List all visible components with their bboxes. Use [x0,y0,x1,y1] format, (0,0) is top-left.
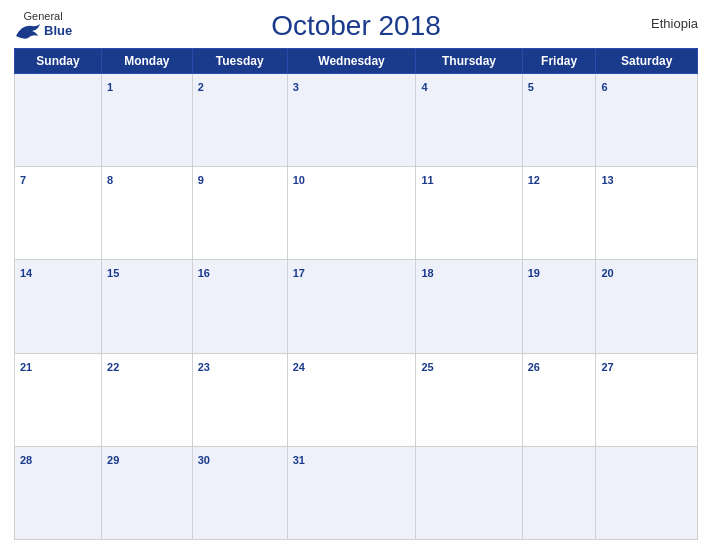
table-row: 7 [15,167,102,260]
header-tuesday: Tuesday [192,49,287,74]
header-thursday: Thursday [416,49,522,74]
table-row [596,446,698,539]
table-row: 16 [192,260,287,353]
day-number: 7 [20,174,26,186]
day-number: 24 [293,361,305,373]
table-row: 3 [287,74,416,167]
table-row: 18 [416,260,522,353]
table-row: 26 [522,353,596,446]
table-row: 14 [15,260,102,353]
day-number: 28 [20,454,32,466]
table-row: 22 [102,353,193,446]
day-number: 25 [421,361,433,373]
calendar-table: Sunday Monday Tuesday Wednesday Thursday… [14,48,698,540]
day-number: 11 [421,174,433,186]
logo-blue-text: Blue [44,24,72,38]
table-row: 11 [416,167,522,260]
day-number: 30 [198,454,210,466]
table-row: 25 [416,353,522,446]
table-row: 17 [287,260,416,353]
table-row: 15 [102,260,193,353]
calendar-body: 1234567891011121314151617181920212223242… [15,74,698,540]
table-row: 5 [522,74,596,167]
day-number: 20 [601,267,613,279]
calendar-header: General Blue October 2018 Ethiopia [14,10,698,42]
calendar-container: General Blue October 2018 Ethiopia Sunda… [0,0,712,550]
table-row: 2 [192,74,287,167]
day-number: 6 [601,81,607,93]
day-number: 2 [198,81,204,93]
day-number: 22 [107,361,119,373]
day-number: 13 [601,174,613,186]
table-row: 21 [15,353,102,446]
table-row: 19 [522,260,596,353]
table-row: 24 [287,353,416,446]
table-row: 6 [596,74,698,167]
table-row: 13 [596,167,698,260]
table-row: 20 [596,260,698,353]
day-number: 18 [421,267,433,279]
table-row: 30 [192,446,287,539]
logo-general-text: General [24,10,63,22]
header-saturday: Saturday [596,49,698,74]
day-number: 31 [293,454,305,466]
table-row: 1 [102,74,193,167]
day-number: 3 [293,81,299,93]
day-number: 14 [20,267,32,279]
logo: General Blue [14,10,72,40]
table-row: 9 [192,167,287,260]
day-number: 8 [107,174,113,186]
day-number: 19 [528,267,540,279]
day-number: 9 [198,174,204,186]
day-number: 17 [293,267,305,279]
header-monday: Monday [102,49,193,74]
header-friday: Friday [522,49,596,74]
day-number: 4 [421,81,427,93]
day-number: 12 [528,174,540,186]
table-row: 12 [522,167,596,260]
table-row [15,74,102,167]
table-row: 27 [596,353,698,446]
table-row: 31 [287,446,416,539]
calendar-header-row: Sunday Monday Tuesday Wednesday Thursday… [15,49,698,74]
header-wednesday: Wednesday [287,49,416,74]
table-row [522,446,596,539]
table-row: 4 [416,74,522,167]
table-row [416,446,522,539]
day-number: 26 [528,361,540,373]
day-number: 5 [528,81,534,93]
day-number: 1 [107,81,113,93]
day-number: 27 [601,361,613,373]
day-number: 29 [107,454,119,466]
table-row: 23 [192,353,287,446]
day-number: 21 [20,361,32,373]
logo-bird-icon [14,22,42,40]
title-block: October 2018 [271,10,441,42]
day-number: 16 [198,267,210,279]
day-number: 10 [293,174,305,186]
table-row: 29 [102,446,193,539]
month-year-title: October 2018 [271,10,441,42]
table-row: 10 [287,167,416,260]
country-label: Ethiopia [651,16,698,31]
day-number: 15 [107,267,119,279]
header-sunday: Sunday [15,49,102,74]
table-row: 28 [15,446,102,539]
day-number: 23 [198,361,210,373]
table-row: 8 [102,167,193,260]
